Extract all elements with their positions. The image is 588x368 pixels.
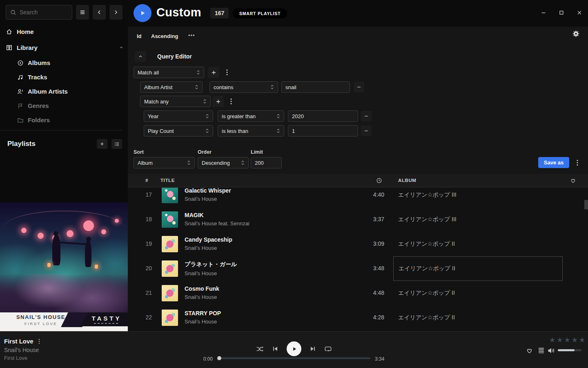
save-as-button[interactable]: Save as [538, 157, 569, 168]
playlist-header: Custom 167 SMART PLAYLIST [128, 0, 588, 27]
kebab-icon [577, 159, 578, 166]
query-menu-button[interactable] [574, 157, 581, 168]
star-icon[interactable]: ★ [549, 336, 555, 344]
track-row[interactable]: 20 プラネット・ガール Snail’s House 3:48 エイリアン☆ポッ… [128, 256, 588, 281]
page-title: Custom [156, 6, 201, 19]
sidebar-item-album-artists[interactable]: Album Artists [0, 84, 128, 99]
sidebar-item-home[interactable]: Home [6, 25, 124, 38]
plus-icon [100, 141, 105, 146]
track-row[interactable]: 18 MAGIK Snail’s House feat. Sennzai 3:3… [128, 207, 588, 232]
group-menu-button[interactable] [223, 67, 231, 78]
column-title[interactable]: TITLE [160, 178, 175, 183]
scrollbar-thumb[interactable] [584, 200, 588, 209]
sort-field-control[interactable]: Id [137, 33, 142, 39]
track-number: 17 [128, 191, 152, 198]
more-options-icon[interactable]: ••• [188, 32, 195, 38]
sidebar-item-label: Albums [28, 59, 50, 66]
collapse-chevron-icon[interactable] [119, 45, 124, 50]
star-icon[interactable]: ★ [564, 336, 570, 344]
sidebar-item-albums[interactable]: Albums [0, 56, 128, 70]
track-row[interactable]: 17 Galactic Whisper Snail’s House 4:40 エ… [128, 188, 588, 207]
add-rule-button[interactable] [212, 96, 224, 107]
shuffle-button[interactable] [256, 346, 264, 352]
heart-icon[interactable] [570, 177, 576, 184]
track-row[interactable]: 22 STARRY POP Snail’s House 4:28 エイリアン☆ポ… [128, 305, 588, 330]
seek-bar[interactable] [218, 357, 370, 359]
track-row[interactable]: 21 Cosmo Funk Snail’s House 4:48 エイリアン☆ポ… [128, 281, 588, 305]
add-rule-button[interactable] [208, 67, 219, 78]
group-menu-button[interactable] [227, 96, 235, 107]
remove-rule-button[interactable] [361, 126, 372, 136]
rule-operator-select[interactable]: is greater than [218, 110, 284, 122]
playlist-menu-button[interactable] [111, 139, 122, 149]
rule-operator-select[interactable]: is less than [218, 125, 284, 137]
sidebar-item-folders[interactable]: Folders [0, 113, 128, 127]
forward-button[interactable] [109, 5, 122, 20]
play-playlist-button[interactable] [134, 4, 151, 22]
minus-icon [364, 114, 369, 119]
playlist-item[interactable] [0, 172, 128, 182]
match-select[interactable]: Match any [140, 96, 211, 107]
sort-order-control[interactable]: Ascending [151, 33, 178, 39]
remove-rule-button[interactable] [354, 82, 364, 92]
rule-value-input[interactable] [288, 110, 358, 122]
order-select[interactable]: Descending [198, 157, 249, 168]
minimize-button[interactable] [540, 9, 547, 16]
rule-field-select[interactable]: Year [144, 110, 213, 122]
album-cell[interactable]: エイリアン☆ポップ II [393, 281, 563, 305]
match-select[interactable]: Match all [134, 67, 204, 78]
track-number: 18 [128, 216, 152, 222]
settings-gear-icon[interactable] [572, 30, 579, 37]
rule-value-input[interactable] [281, 81, 350, 93]
sidebar-item-tracks[interactable]: Tracks [0, 70, 128, 84]
column-album[interactable]: ALBUM [398, 178, 416, 183]
album-cell[interactable]: エイリアン☆ポップ III [393, 207, 563, 232]
star-icon[interactable]: ★ [557, 336, 563, 344]
column-number[interactable]: # [145, 178, 148, 183]
album-cell[interactable]: エイリアン☆ポップ II [393, 232, 563, 256]
limit-input[interactable] [251, 157, 282, 168]
rule-value-input[interactable] [288, 125, 358, 137]
add-playlist-button[interactable] [97, 139, 107, 149]
close-button[interactable] [576, 9, 583, 16]
order-label: Order [198, 149, 212, 155]
search-box[interactable] [6, 5, 72, 20]
favorite-heart-icon[interactable] [526, 347, 533, 354]
playlist-item[interactable] [0, 162, 128, 172]
next-button[interactable] [310, 346, 316, 352]
track-row[interactable]: 19 Candy Spaceship Snail’s House 3:09 エイ… [128, 232, 588, 256]
previous-button[interactable] [272, 346, 278, 352]
menu-button[interactable] [76, 5, 89, 20]
back-button[interactable] [93, 5, 106, 20]
remove-rule-button[interactable] [361, 111, 372, 121]
clock-icon[interactable] [376, 177, 382, 184]
rule-field-select[interactable]: Play Count [144, 125, 213, 137]
queue-icon[interactable] [538, 348, 545, 354]
volume-slider[interactable] [558, 349, 581, 351]
album-cell[interactable]: エイリアン☆ポップ III [393, 188, 563, 207]
rule-field-select[interactable]: Album Artist [140, 81, 203, 93]
playlist-item[interactable] [0, 151, 128, 162]
collapse-query-editor-button[interactable] [135, 51, 146, 62]
rule-operator-select[interactable]: contains [209, 81, 278, 93]
album-cell[interactable]: エイリアン☆ポップ II [393, 305, 563, 330]
play-pause-button[interactable] [287, 341, 301, 356]
volume-icon[interactable] [548, 347, 555, 354]
track-table-header: # TITLE ALBUM [128, 174, 588, 187]
select-updown-icon [203, 99, 207, 104]
track-title: Candy Spaceship [185, 236, 232, 243]
maximize-button[interactable] [558, 9, 565, 16]
track-number: 22 [128, 314, 152, 321]
now-playing-menu-button[interactable] [38, 339, 40, 344]
repeat-button[interactable] [324, 346, 332, 352]
sidebar-item-library[interactable]: Library [6, 41, 124, 54]
sort-select[interactable]: Album [134, 157, 195, 168]
playlist-item[interactable] [0, 182, 128, 192]
star-icon[interactable]: ★ [579, 336, 585, 344]
sidebar-item-genres[interactable]: Genres [0, 99, 128, 113]
playlist-item[interactable] [0, 192, 128, 202]
album-cell[interactable]: エイリアン☆ポップ II [393, 256, 563, 281]
seek-thumb[interactable] [217, 356, 221, 360]
star-icon[interactable]: ★ [572, 336, 578, 344]
sidebar-divider [0, 130, 122, 130]
